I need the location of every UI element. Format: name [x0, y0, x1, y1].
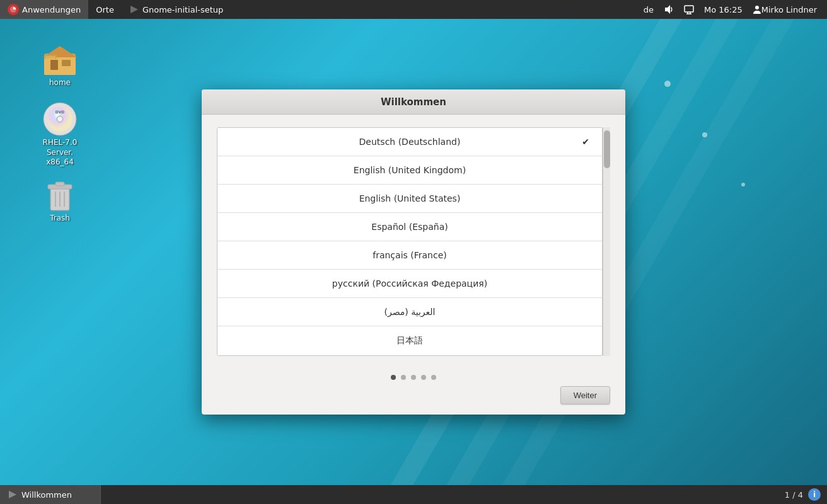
user-icon	[753, 5, 761, 14]
svg-point-6	[755, 6, 759, 9]
app-label: Gnome-initial-setup	[142, 5, 223, 14]
applications-label: Anwendungen	[22, 5, 81, 14]
dialog-content: Deutsch (Deutschland)✔English (United Ki…	[202, 115, 625, 366]
datetime[interactable]: Mo 16:25	[700, 0, 746, 19]
orte-label: Orte	[96, 5, 114, 14]
pagination-dot-2	[411, 375, 416, 380]
language-list: Deutsch (Deutschland)✔English (United Ki…	[217, 127, 603, 356]
locale-indicator[interactable]: de	[640, 0, 657, 19]
lang-check-0: ✔	[582, 137, 589, 147]
lang-item-4[interactable]: français (France)	[217, 241, 602, 270]
scrollbar-thumb[interactable]	[604, 130, 610, 168]
lang-item-0[interactable]: Deutsch (Deutschland)✔	[217, 128, 602, 156]
lang-name-2: English (United States)	[359, 193, 461, 203]
svg-marker-1	[665, 5, 670, 14]
page-indicator: 1 / 4	[785, 490, 803, 500]
menubar-right: de Mo 16:25	[640, 0, 827, 19]
lang-name-4: français (France)	[373, 250, 447, 260]
app-icon	[129, 4, 139, 14]
welcome-dialog: Willkommen Deutsch (Deutschland)✔English…	[202, 89, 625, 415]
language-list-container: Deutsch (Deutschland)✔English (United Ki…	[217, 127, 610, 356]
lang-item-5[interactable]: русский (Российская Федерация)	[217, 270, 602, 298]
user-menu[interactable]: Mirko Lindner	[749, 0, 821, 19]
pagination-dot-4	[431, 375, 436, 380]
pagination-dot-1	[401, 375, 406, 380]
pagination-dot-3	[421, 375, 426, 380]
user-name: Mirko Lindner	[761, 5, 817, 14]
menubar: Anwendungen Orte Gnome-initial-setup de	[0, 0, 827, 19]
taskbar-right: 1 / 4 i	[785, 488, 827, 501]
taskbar: Willkommen 1 / 4 i	[0, 485, 827, 504]
dialog-overlay: Willkommen Deutsch (Deutschland)✔English…	[0, 19, 827, 485]
lang-name-7: 日本語	[396, 335, 423, 346]
display-icon[interactable]	[680, 0, 698, 19]
dialog-footer: Weiter	[202, 386, 625, 415]
lang-name-6: العربية (مصر)	[385, 307, 436, 317]
lang-name-0: Deutsch (Deutschland)	[359, 137, 461, 147]
taskbar-window-label: Willkommen	[21, 490, 72, 500]
scrollbar-track[interactable]	[603, 127, 610, 356]
dialog-titlebar: Willkommen	[202, 89, 625, 115]
lang-item-6[interactable]: العربية (مصر)	[217, 298, 602, 326]
weiter-button[interactable]: Weiter	[560, 386, 610, 404]
lang-name-5: русский (Российская Федерация)	[332, 278, 487, 289]
lang-item-2[interactable]: English (United States)	[217, 185, 602, 213]
fedora-logo	[8, 4, 19, 15]
svg-rect-2	[685, 6, 693, 12]
language-scroll-area: Deutsch (Deutschland)✔English (United Ki…	[217, 127, 603, 356]
menubar-orte[interactable]: Orte	[88, 0, 122, 19]
taskbar-window-icon	[8, 490, 18, 500]
info-button[interactable]: i	[808, 488, 821, 501]
menubar-left: Anwendungen Orte Gnome-initial-setup	[0, 0, 231, 19]
desktop: Anwendungen Orte Gnome-initial-setup de	[0, 0, 827, 504]
dialog-title: Willkommen	[381, 96, 446, 108]
menubar-app[interactable]: Gnome-initial-setup	[122, 0, 231, 19]
lang-name-3: Español (España)	[371, 222, 448, 232]
lang-item-3[interactable]: Español (España)	[217, 213, 602, 241]
menubar-applications[interactable]: Anwendungen	[0, 0, 88, 19]
lang-item-1[interactable]: English (United Kingdom)	[217, 156, 602, 185]
taskbar-window-willkommen[interactable]: Willkommen	[0, 485, 101, 504]
pagination-dot-0	[391, 375, 396, 380]
lang-item-7[interactable]: 日本語	[217, 326, 602, 355]
volume-icon[interactable]	[660, 0, 678, 19]
pagination-dots	[202, 366, 625, 386]
lang-name-1: English (United Kingdom)	[354, 165, 466, 175]
